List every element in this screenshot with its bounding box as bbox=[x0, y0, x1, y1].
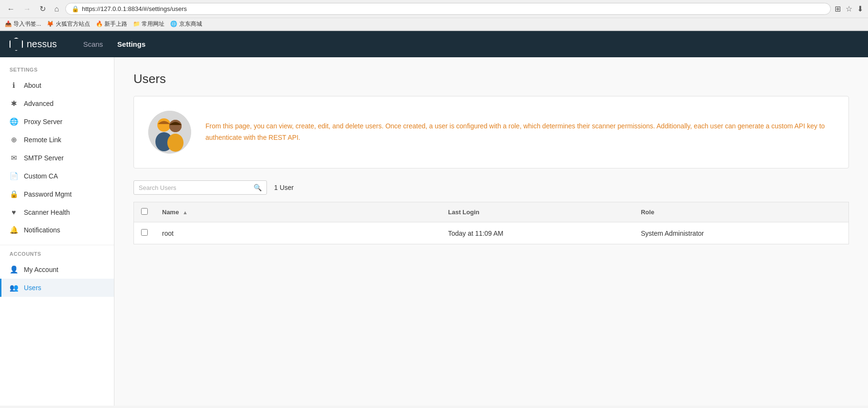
sidebar-item-my-account[interactable]: 👤 My Account bbox=[0, 261, 114, 279]
bell-icon: 🔔 bbox=[10, 226, 18, 234]
nav-settings[interactable]: Settings bbox=[110, 31, 153, 57]
url-text: https://127.0.0.1:8834/#/settings/users bbox=[82, 5, 825, 12]
link-icon: ⊕ bbox=[10, 136, 18, 144]
home-button[interactable]: ⌂ bbox=[52, 4, 61, 14]
info-description: From this page, you can view, create, ed… bbox=[205, 121, 834, 144]
sidebar-label-scanner-health: Scanner Health bbox=[24, 209, 70, 216]
th-last-login: Last Login bbox=[441, 202, 633, 222]
forward-button[interactable]: → bbox=[21, 4, 33, 14]
cell-last-login: Today at 11:09 AM bbox=[441, 222, 633, 244]
search-row: 🔍 1 User bbox=[133, 180, 849, 195]
bookmark-import[interactable]: 📥 导入书签... bbox=[5, 20, 41, 28]
avatar-svg bbox=[148, 111, 191, 154]
sidebar-item-scanner-health[interactable]: ♥ Scanner Health bbox=[0, 203, 114, 221]
bookmark-common[interactable]: 📁 常用网址 bbox=[133, 20, 164, 28]
th-select-all[interactable] bbox=[134, 202, 155, 222]
browser-actions: ⊞ ☆ ⬇ bbox=[835, 4, 863, 13]
cell-role: System Administrator bbox=[633, 222, 848, 244]
browser-toolbar: ← → ↻ ⌂ 🔒 https://127.0.0.1:8834/#/setti… bbox=[0, 0, 868, 18]
row-checkbox-cell[interactable] bbox=[134, 222, 155, 244]
lock-icon: 🔒 bbox=[10, 190, 18, 199]
table-header-row: Name ▲ Last Login Role bbox=[134, 202, 849, 222]
sidebar-label-remote-link: Remote Link bbox=[24, 136, 61, 144]
app: nessus Scans Settings SETTINGS ℹ About ✱… bbox=[0, 31, 868, 406]
bookmark-star-icon[interactable]: ☆ bbox=[846, 4, 852, 13]
sidebar-item-smtp-server[interactable]: ✉ SMTP Server bbox=[0, 149, 114, 167]
sidebar-item-advanced[interactable]: ✱ Advanced bbox=[0, 94, 114, 113]
qr-icon[interactable]: ⊞ bbox=[835, 4, 841, 13]
sidebar-label-smtp-server: SMTP Server bbox=[24, 154, 64, 162]
globe-icon: 🌐 bbox=[10, 117, 18, 126]
sidebar-label-users: Users bbox=[24, 284, 41, 292]
nav-scans[interactable]: Scans bbox=[76, 31, 110, 57]
th-name-label: Name bbox=[162, 209, 179, 216]
th-role: Role bbox=[633, 202, 848, 222]
sort-arrow-icon: ▲ bbox=[183, 209, 188, 215]
security-icon: 🔒 bbox=[71, 5, 79, 12]
person-icon: 👤 bbox=[10, 265, 18, 274]
certificate-icon: 📄 bbox=[10, 172, 18, 180]
download-icon[interactable]: ⬇ bbox=[857, 4, 863, 13]
browser-chrome: ← → ↻ ⌂ 🔒 https://127.0.0.1:8834/#/setti… bbox=[0, 0, 868, 31]
svg-point-1 bbox=[157, 118, 171, 132]
sidebar-label-proxy-server: Proxy Server bbox=[24, 118, 62, 126]
th-name[interactable]: Name ▲ bbox=[155, 202, 441, 222]
top-nav: nessus Scans Settings bbox=[0, 31, 868, 57]
table-row[interactable]: root Today at 11:09 AM System Administra… bbox=[134, 222, 849, 244]
sidebar-item-users[interactable]: 👥 Users bbox=[0, 279, 114, 297]
search-input[interactable] bbox=[139, 184, 250, 191]
page-title: Users bbox=[133, 72, 849, 86]
sidebar-label-custom-ca: Custom CA bbox=[24, 172, 58, 180]
sidebar-item-proxy-server[interactable]: 🌐 Proxy Server bbox=[0, 113, 114, 131]
sidebar-label-advanced: Advanced bbox=[24, 100, 53, 107]
sidebar-divider bbox=[0, 245, 114, 245]
select-all-checkbox[interactable] bbox=[141, 208, 148, 215]
wrench-icon: ✱ bbox=[10, 99, 18, 108]
bookmark-firefox[interactable]: 🦊 火狐官方站点 bbox=[47, 20, 90, 28]
reload-button[interactable]: ↻ bbox=[37, 3, 48, 14]
logo-text: nessus bbox=[27, 39, 57, 50]
svg-point-4 bbox=[169, 120, 182, 132]
back-button[interactable]: ← bbox=[5, 4, 17, 14]
search-icon: 🔍 bbox=[254, 184, 262, 191]
info-icon: ℹ bbox=[10, 81, 18, 90]
sidebar-label-my-account: My Account bbox=[24, 266, 58, 273]
url-bar[interactable]: 🔒 https://127.0.0.1:8834/#/settings/user… bbox=[65, 3, 831, 15]
accounts-section-label: ACCOUNTS bbox=[0, 251, 114, 261]
search-box[interactable]: 🔍 bbox=[133, 180, 267, 195]
sidebar-label-notifications: Notifications bbox=[24, 226, 60, 234]
sidebar-item-about[interactable]: ℹ About bbox=[0, 76, 114, 94]
users-avatar bbox=[148, 111, 191, 154]
bookmark-newuser[interactable]: 🔥 新手上路 bbox=[96, 20, 127, 28]
bookmark-jd[interactable]: 🌐 京东商城 bbox=[170, 20, 202, 28]
cell-name: root bbox=[155, 222, 441, 244]
sidebar-label-password-mgmt: Password Mgmt bbox=[24, 190, 71, 198]
sidebar-item-custom-ca[interactable]: 📄 Custom CA bbox=[0, 167, 114, 185]
heart-icon: ♥ bbox=[10, 208, 18, 216]
sidebar-item-notifications[interactable]: 🔔 Notifications bbox=[0, 221, 114, 239]
envelope-icon: ✉ bbox=[10, 154, 18, 162]
info-card: From this page, you can view, create, ed… bbox=[133, 96, 849, 168]
logo-hex-icon bbox=[10, 38, 23, 51]
sidebar-label-about: About bbox=[24, 82, 41, 89]
main-content: Users bbox=[114, 57, 868, 406]
sidebar: SETTINGS ℹ About ✱ Advanced 🌐 Proxy Serv… bbox=[0, 57, 114, 406]
table-header: Name ▲ Last Login Role bbox=[134, 202, 849, 222]
sidebar-item-password-mgmt[interactable]: 🔒 Password Mgmt bbox=[0, 185, 114, 203]
bookmarks-bar: 📥 导入书签... 🦊 火狐官方站点 🔥 新手上路 📁 常用网址 🌐 京东商城 bbox=[0, 18, 868, 31]
row-select-checkbox[interactable] bbox=[141, 229, 148, 236]
table-body: root Today at 11:09 AM System Administra… bbox=[134, 222, 849, 244]
sidebar-item-remote-link[interactable]: ⊕ Remote Link bbox=[0, 131, 114, 149]
settings-section-label: SETTINGS bbox=[0, 67, 114, 76]
main-layout: SETTINGS ℹ About ✱ Advanced 🌐 Proxy Serv… bbox=[0, 57, 868, 406]
users-table: Name ▲ Last Login Role root Today at 11:… bbox=[133, 202, 849, 244]
user-count: 1 User bbox=[274, 184, 294, 191]
logo: nessus bbox=[10, 38, 57, 51]
people-icon: 👥 bbox=[10, 283, 18, 292]
svg-point-5 bbox=[167, 134, 184, 152]
